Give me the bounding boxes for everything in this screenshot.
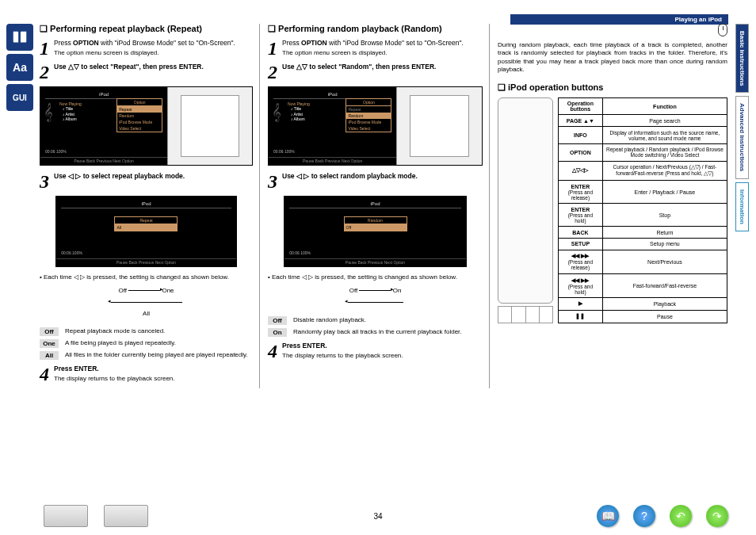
operation-buttons-table: Operation buttonsFunction PAGE ▲▼Page se… (558, 97, 727, 323)
cycle-note: • Each time ◁ ▷ is pressed, the setting … (40, 273, 253, 281)
prev-page-button[interactable]: ↶ (670, 505, 692, 527)
column-random: Performing random playback (Random) 1 Pr… (268, 24, 490, 388)
device-thumb-1[interactable] (44, 505, 88, 527)
section-title-repeat: Performing repeat playback (Repeat) (40, 24, 253, 34)
page-number: 34 (373, 512, 382, 521)
help-button[interactable]: ? (633, 505, 655, 527)
main-content: Performing repeat playback (Repeat) 1 Pr… (40, 24, 727, 388)
step-number-4: 4 (40, 365, 49, 384)
music-note-icon: 𝄞 (44, 103, 53, 121)
cycle-diagram-random: Off On (268, 285, 483, 308)
screenshot-repeat-option: iPod 𝄞 Now Playing ♪ Title ♪ Artist ♪ Al… (40, 86, 253, 166)
remote-schematic-icon (410, 95, 469, 157)
step-number-1: 1 (40, 39, 49, 58)
sidebar-right: Basic instructions Advanced instructions… (735, 24, 751, 235)
screenshot-repeat-mode: iPod Repeat All 00:06 100% Pause Back Pr… (55, 196, 237, 267)
book-open-icon[interactable] (6, 24, 33, 51)
tab-information[interactable]: Information (735, 182, 749, 231)
contents-button[interactable]: 📖 (597, 505, 619, 527)
column-ipod-buttons: During random playback, each time playba… (498, 24, 727, 388)
section-title-random: Performing random playback (Random) (268, 24, 483, 34)
music-note-icon: 𝄞 (272, 103, 281, 121)
column-repeat: Performing repeat playback (Repeat) 1 Pr… (40, 24, 260, 388)
footer-nav-buttons: 📖 ? ↶ ↷ (597, 505, 728, 527)
tab-advanced-instructions[interactable]: Advanced instructions (735, 96, 749, 178)
step-number-3: 3 (40, 172, 49, 191)
footer-device-thumbnails (44, 505, 148, 527)
random-intro-text: During random playback, each time playba… (498, 41, 727, 75)
tab-basic-instructions[interactable]: Basic instructions (735, 24, 749, 93)
cycle-note-random: • Each time ◁ ▷ is pressed, the setting … (268, 273, 483, 281)
aa-text-icon[interactable]: Aa (6, 54, 33, 81)
sidebar-left: Aa GUI (6, 24, 33, 111)
section-title-ipod-buttons: iPod operation buttons (498, 82, 727, 93)
remote-schematic-icon (181, 95, 239, 157)
screenshot-random-mode: iPod Random Off 00:06 100% Pause Back Pr… (284, 196, 466, 267)
cycle-diagram-repeat: Off One All (40, 285, 253, 319)
step-number-2: 2 (40, 63, 49, 82)
gui-label-icon[interactable]: GUI (6, 84, 33, 111)
screenshot-random-option: iPod 𝄞 Now Playing ♪ Title ♪ Artist ♪ Al… (268, 86, 483, 166)
mouse-icon (718, 24, 727, 36)
device-thumb-2[interactable] (104, 505, 148, 527)
remote-figure (498, 97, 553, 323)
next-page-button[interactable]: ↷ (706, 505, 728, 527)
